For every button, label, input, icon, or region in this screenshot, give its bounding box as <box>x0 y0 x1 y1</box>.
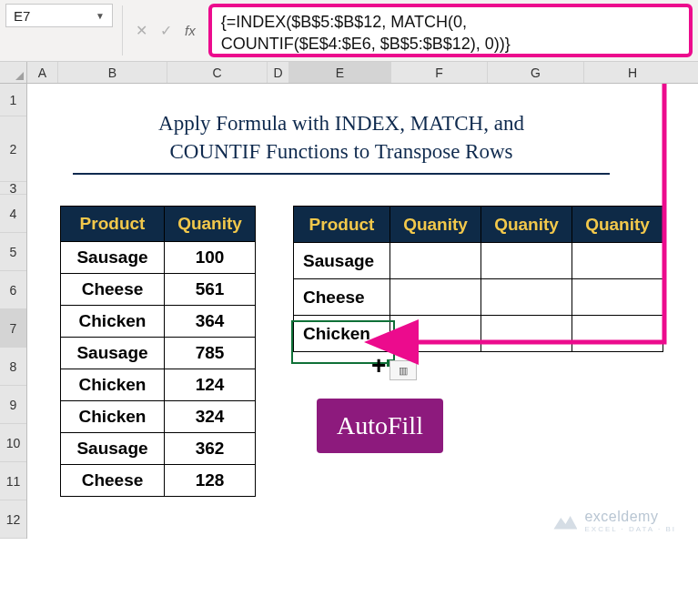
col-header-C[interactable]: C <box>167 62 268 83</box>
cell[interactable] <box>481 279 572 316</box>
cell[interactable]: Sausage <box>61 433 165 465</box>
table-header-row: Product Quanity <box>61 207 256 242</box>
watermark-brand: exceldemy <box>584 509 658 524</box>
cell-E7[interactable]: Chicken <box>294 316 390 352</box>
watermark: exceldemy EXCEL · DATA · BI <box>553 509 676 533</box>
row-header-9[interactable]: 9 <box>0 386 26 424</box>
cell[interactable]: 128 <box>165 465 256 497</box>
col-header-E[interactable]: E <box>289 62 391 83</box>
cell[interactable] <box>481 316 572 352</box>
col-header-A[interactable]: A <box>27 62 58 83</box>
table-row: Sausage <box>294 243 663 279</box>
col-header-B[interactable]: B <box>58 62 167 83</box>
watermark-tagline: EXCEL · DATA · BI <box>584 525 676 533</box>
formula-line-1: {=INDEX($B$5:$B$12, MATCH(0, <box>221 11 680 33</box>
cell[interactable]: 124 <box>165 369 256 401</box>
cell[interactable] <box>572 316 663 352</box>
cell[interactable]: Cheese <box>61 465 165 497</box>
cell[interactable] <box>390 279 481 316</box>
column-headers: A B C D E F G H <box>0 62 698 84</box>
row-header-5[interactable]: 5 <box>0 233 26 271</box>
table-row: Chicken124 <box>61 369 256 401</box>
worksheet-area[interactable]: Apply Formula with INDEX, MATCH, and COU… <box>27 84 698 539</box>
table-row: Cheese128 <box>61 465 256 497</box>
row-header-7[interactable]: 7 <box>0 309 26 348</box>
cell[interactable]: Cheese <box>61 274 165 306</box>
cell[interactable]: Sausage <box>61 338 165 369</box>
table-row: Chicken <box>294 316 663 352</box>
cell[interactable] <box>390 316 481 352</box>
title-line-2: COUNTIF Functions to Transpose Rows <box>73 137 610 166</box>
table-row: Sausage100 <box>61 242 256 274</box>
row-header-8[interactable]: 8 <box>0 348 26 386</box>
watermark-logo-icon <box>553 513 577 530</box>
row-header-1[interactable]: 1 <box>0 84 26 116</box>
row-header-10[interactable]: 10 <box>0 424 26 462</box>
header-product[interactable]: Product <box>61 207 165 242</box>
cell[interactable]: Cheese <box>294 279 390 316</box>
header-quantity[interactable]: Quanity <box>481 207 572 243</box>
col-header-H[interactable]: H <box>584 62 681 83</box>
cell[interactable]: Sausage <box>61 242 165 274</box>
result-table: Product Quanity Quanity Quanity Sausage … <box>293 206 663 352</box>
table-row: Sausage362 <box>61 433 256 465</box>
col-header-D[interactable]: D <box>268 62 289 83</box>
row-header-6[interactable]: 6 <box>0 271 26 309</box>
autofill-callout: AutoFill <box>317 399 443 453</box>
fill-cursor-icon: + <box>371 353 386 379</box>
cell[interactable] <box>572 243 663 279</box>
cell[interactable]: 561 <box>165 274 256 306</box>
row-header-12[interactable]: 12 <box>0 500 26 539</box>
cell[interactable]: Chicken <box>61 306 165 338</box>
cell[interactable]: 100 <box>165 242 256 274</box>
name-box-value: E7 <box>14 8 30 24</box>
title-line-1: Apply Formula with INDEX, MATCH, and <box>73 109 610 137</box>
header-product[interactable]: Product <box>294 207 390 243</box>
row-header-11[interactable]: 11 <box>0 462 26 500</box>
row-header-4[interactable]: 4 <box>0 195 26 233</box>
table-row: Cheese <box>294 279 663 316</box>
fx-icon[interactable]: fx <box>185 23 196 38</box>
cell[interactable]: 324 <box>165 401 256 433</box>
table-row: Chicken324 <box>61 401 256 433</box>
table-row: Cheese561 <box>61 274 256 306</box>
table-row: Sausage785 <box>61 338 256 369</box>
title-block: Apply Formula with INDEX, MATCH, and COU… <box>73 109 610 175</box>
table-header-row: Product Quanity Quanity Quanity <box>294 207 663 243</box>
cell[interactable]: 362 <box>165 433 256 465</box>
select-all-corner[interactable] <box>0 62 27 83</box>
cell[interactable]: 785 <box>165 338 256 369</box>
cell[interactable] <box>572 279 663 316</box>
cell[interactable]: Sausage <box>294 243 390 279</box>
header-quantity[interactable]: Quanity <box>390 207 481 243</box>
table-row: Chicken364 <box>61 306 256 338</box>
source-table: Product Quanity Sausage100 Cheese561 Chi… <box>60 206 256 497</box>
cell[interactable] <box>481 243 572 279</box>
name-box[interactable]: E7 ▼ <box>5 4 113 27</box>
separator <box>122 5 123 56</box>
formula-line-2: COUNTIF($E$4:$E6, $B$5:$B$12), 0))} <box>221 33 680 55</box>
formula-bar-row: E7 ▼ ✕ ✓ fx {=INDEX($B$5:$B$12, MATCH(0,… <box>0 0 698 62</box>
cell[interactable] <box>390 243 481 279</box>
header-quantity[interactable]: Quanity <box>572 207 663 243</box>
cell[interactable]: Chicken <box>61 401 165 433</box>
row-header-2[interactable]: 2 <box>0 116 26 182</box>
enter-icon[interactable]: ✓ <box>160 22 172 39</box>
cell[interactable]: 364 <box>165 306 256 338</box>
row-header-3[interactable]: 3 <box>0 182 26 195</box>
col-header-F[interactable]: F <box>391 62 488 83</box>
header-quantity[interactable]: Quanity <box>165 207 256 242</box>
formula-input[interactable]: {=INDEX($B$5:$B$12, MATCH(0, COUNTIF($E$… <box>208 4 693 57</box>
formula-bar-buttons: ✕ ✓ fx <box>128 4 203 57</box>
worksheet-grid: 1 2 3 4 5 6 7 8 9 10 11 12 Apply Formula… <box>0 84 698 539</box>
row-headers: 1 2 3 4 5 6 7 8 9 10 11 12 <box>0 84 27 539</box>
autofill-options-icon[interactable]: ▥ <box>389 360 417 380</box>
name-box-dropdown-icon[interactable]: ▼ <box>96 11 105 21</box>
col-header-G[interactable]: G <box>488 62 584 83</box>
cell[interactable]: Chicken <box>61 369 165 401</box>
cancel-icon[interactable]: ✕ <box>136 22 147 39</box>
